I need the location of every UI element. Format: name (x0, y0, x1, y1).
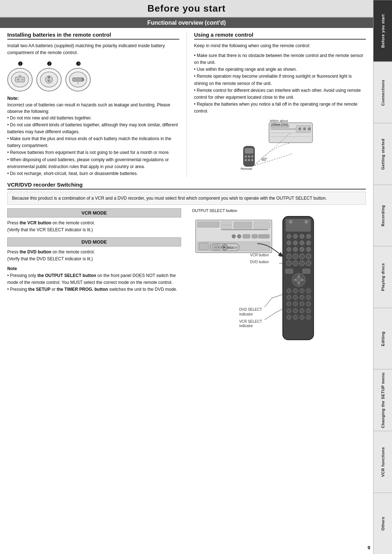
batteries-heading: Installing batteries in the remote contr… (7, 32, 179, 40)
svg-rect-76 (286, 269, 293, 273)
remote-intro: Keep in mind the following when using th… (194, 42, 366, 49)
output-select-diagram: OUTPUT SELECT button (192, 208, 366, 346)
svg-point-28 (245, 159, 247, 161)
svg-line-116 (272, 294, 283, 298)
svg-point-68 (286, 254, 291, 259)
remote-bullet-1: Make sure that there is no obstacle betw… (194, 52, 366, 66)
svg-point-60 (287, 241, 291, 245)
svg-rect-50 (199, 243, 208, 250)
svg-rect-48 (258, 235, 269, 238)
svg-rect-38 (197, 222, 219, 227)
svg-line-120 (275, 309, 283, 313)
svg-point-99 (306, 309, 311, 313)
sidebar-tab-recording[interactable]: Recording (373, 185, 392, 247)
note-bullet-2: Do not use different kinds of batteries … (7, 122, 179, 135)
svg-point-98 (300, 309, 304, 313)
note-bullet-6: Do not recharge, short-circuit, heat, bu… (7, 170, 179, 177)
svg-rect-24 (245, 148, 253, 154)
svg-rect-12 (82, 78, 84, 81)
svg-rect-40 (221, 225, 232, 228)
svg-point-54 (289, 220, 293, 224)
vcr-mode-note: (Verify that the VCR SELECT indicator is… (7, 227, 93, 232)
sidebar-tab-others[interactable]: Others (373, 493, 392, 554)
svg-rect-43 (221, 229, 268, 230)
svg-point-72 (286, 261, 291, 266)
svg-text:60˚: 60˚ (262, 157, 268, 162)
sidebar-tab-playing-discs[interactable]: Playing discs (373, 246, 392, 308)
sidebar-tab-connections[interactable]: Connections (373, 62, 392, 123)
vcrdvd-heading: VCR/DVD recorder Switching (7, 182, 366, 190)
note-bullet-1: Do not mix new and old batteries togethe… (7, 115, 179, 122)
svg-text:DVD button: DVD button (250, 260, 269, 264)
sidebar-tabs: Before you start Connections Getting sta… (373, 0, 392, 554)
svg-text:Remote: Remote (241, 167, 252, 170)
svg-text:indicator: indicator (239, 324, 253, 328)
note-bullets-list: Do not mix new and old batteries togethe… (7, 115, 179, 178)
remote-bullet-5: Replace the batteries when you notice a … (194, 101, 366, 115)
remote-heading: Using a remote control (194, 32, 366, 40)
vcrdvd-note-1: Pressing only the OUTPUT SELECT button o… (7, 272, 181, 286)
svg-point-73 (293, 261, 298, 266)
vcr-mode-bold: the VCR button (20, 220, 51, 225)
svg-point-61 (293, 241, 298, 245)
output-select-label: OUTPUT SELECT button (192, 208, 366, 213)
svg-point-93 (293, 302, 298, 306)
svg-point-103 (306, 315, 311, 319)
svg-point-102 (300, 315, 304, 319)
battery-diagram: ❶ + − ❷ (7, 61, 179, 91)
svg-point-63 (306, 241, 311, 245)
note-label: Note: (7, 96, 179, 101)
svg-point-64 (287, 247, 291, 252)
svg-point-94 (300, 302, 304, 306)
svg-point-90 (300, 295, 304, 300)
note-bullet-5: When disposing of used batteries, please… (7, 156, 179, 170)
svg-text:VCR: VCR (214, 246, 220, 249)
sidebar-tab-editing[interactable]: Editing (373, 308, 392, 370)
battery-step-3: ❸ (65, 61, 91, 91)
svg-point-26 (248, 155, 250, 158)
svg-point-66 (300, 247, 304, 252)
svg-point-70 (299, 254, 305, 259)
svg-rect-77 (303, 269, 310, 273)
dvd-mode-bold: the DVD button (20, 249, 51, 254)
svg-point-92 (287, 302, 291, 306)
svg-point-97 (293, 309, 298, 313)
svg-line-119 (265, 313, 275, 320)
svg-text:indicator: indicator (239, 312, 253, 316)
svg-rect-42 (254, 222, 270, 228)
sidebar-tab-setup-menu[interactable]: Changing the SETUP menu (373, 369, 392, 431)
svg-text:−: − (22, 78, 24, 82)
note-bullet-3: Make sure that the plus and minus ends o… (7, 135, 179, 149)
svg-rect-39 (221, 222, 232, 225)
svg-text:+: + (17, 78, 19, 82)
battery-step-2: ❷ ⊕ ⊖ (36, 61, 62, 91)
svg-point-25 (245, 155, 247, 158)
svg-point-84 (287, 289, 291, 293)
battery-step-1: ❶ + − (7, 61, 33, 91)
svg-point-69 (293, 254, 298, 259)
svg-point-58 (300, 234, 304, 239)
vcrdvd-note-2: Pressing the SETUP or the TIMER PROG. bu… (7, 286, 181, 293)
svg-text:VCR SELECT: VCR SELECT (239, 319, 262, 323)
svg-point-18 (298, 127, 301, 130)
sidebar-tab-vcr-functions[interactable]: VCR functions (373, 431, 392, 493)
sidebar-tab-getting-started[interactable]: Getting started (373, 123, 392, 185)
svg-rect-47 (252, 235, 257, 238)
svg-point-67 (306, 247, 311, 252)
vcrdvd-note-list: Pressing only the OUTPUT SELECT button o… (7, 272, 181, 293)
svg-rect-46 (243, 235, 250, 238)
svg-point-65 (293, 247, 298, 252)
svg-point-44 (232, 235, 236, 238)
svg-point-86 (300, 289, 304, 293)
vcrdvd-description: Because this product is a combination of… (7, 192, 366, 205)
page-title: Before you start (0, 0, 373, 18)
note-bullet-4: Remove batteries from equipment that is … (7, 149, 179, 156)
svg-rect-41 (234, 222, 252, 228)
section-subtitle: Functional overview (cont'd) (0, 18, 373, 28)
svg-text:23feet (7m): 23feet (7m) (271, 123, 288, 126)
svg-point-45 (237, 235, 241, 238)
sidebar-tab-before-you-start[interactable]: Before you start (373, 0, 392, 62)
dvd-mode-note: (Verify that the DVD SELECT indicator is… (7, 256, 93, 261)
svg-point-29 (248, 159, 250, 161)
svg-point-27 (251, 155, 253, 158)
